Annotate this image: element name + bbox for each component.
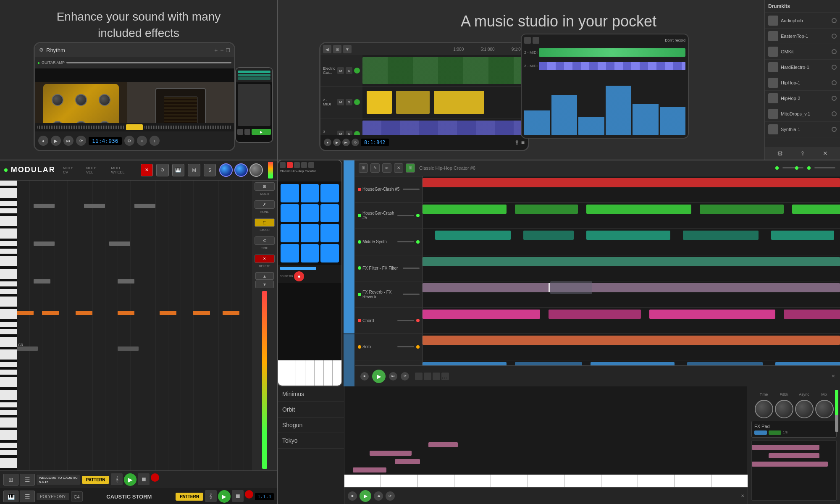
device-btn-rec[interactable] — [287, 162, 293, 168]
drumkit-item-3[interactable]: HardElectro-1 — [765, 60, 840, 75]
tr-rewind-btn[interactable]: ⏮ — [342, 139, 350, 146]
knob-3[interactable] — [249, 163, 263, 177]
synth-item-3[interactable]: Tokyo — [277, 433, 344, 449]
time-tool-btn[interactable]: ⏱ — [255, 236, 275, 245]
vol-slider-0[interactable] — [782, 167, 803, 168]
beat-pad-8[interactable] — [320, 224, 339, 242]
mute-btn-2[interactable]: M — [337, 99, 344, 105]
close-icon[interactable]: ✕ — [823, 150, 828, 157]
knob-mix[interactable] — [815, 400, 834, 418]
drumkit-item-1[interactable]: EasternTop-1 — [765, 29, 840, 44]
beat-pad-9[interactable] — [281, 244, 299, 262]
knob-async[interactable] — [795, 400, 814, 418]
br-loop-btn[interactable]: ⟳ — [401, 372, 409, 381]
piano-btn[interactable]: ♪ — [150, 136, 160, 146]
knob-mid[interactable] — [75, 94, 87, 106]
drumkit-radio-1[interactable] — [832, 34, 837, 39]
rec-btn-red2[interactable] — [245, 490, 253, 499]
daw-tool-2[interactable]: ⊳ — [382, 163, 391, 173]
stop-btn[interactable]: ● — [38, 136, 48, 146]
play-btn-green[interactable]: ▶ — [124, 473, 136, 486]
pr-rewind-btn[interactable]: ⏮ — [374, 491, 383, 501]
piano-icon-btn[interactable]: 🎹 — [3, 491, 18, 502]
slider-6[interactable] — [397, 346, 414, 347]
knob-1[interactable] — [219, 163, 233, 177]
device-btn-1[interactable] — [280, 162, 286, 168]
drumkit-radio-4[interactable] — [832, 80, 837, 85]
pr-play-btn[interactable]: ▶ — [360, 490, 371, 502]
grid-btn[interactable]: ⊞ — [333, 45, 341, 53]
num-btn[interactable]: 5 — [204, 164, 216, 176]
knob-time[interactable] — [755, 400, 773, 418]
fx-param-1[interactable] — [769, 430, 781, 435]
drumkit-item-5[interactable]: HipHop-2 — [765, 91, 840, 106]
tr-play-btn[interactable]: ▶ — [333, 139, 341, 146]
daw-tool-4[interactable]: ⊞ — [406, 163, 415, 173]
knob-treble[interactable] — [99, 94, 110, 106]
device-btn-2[interactable] — [294, 162, 300, 168]
stop-sq-btn[interactable]: ⏹ — [138, 473, 150, 485]
br-play-btn[interactable]: ▶ — [372, 370, 386, 383]
metronome-btn2[interactable]: 𝄞 — [205, 490, 217, 502]
piano-small-btn[interactable]: 🎹 — [172, 164, 184, 176]
drumkit-radio-5[interactable] — [832, 96, 837, 101]
mixer-small-btn[interactable]: M — [188, 164, 200, 176]
play-btn-green2[interactable]: ▶ — [218, 490, 231, 503]
knob-2[interactable] — [234, 163, 248, 177]
list-icon-btn[interactable]: ☰ — [20, 474, 35, 486]
drumkit-radio-6[interactable] — [832, 111, 837, 116]
share-icon[interactable]: ⇪ — [800, 150, 805, 157]
drumkit-item-4[interactable]: HipHop-1 — [765, 75, 840, 91]
arrow-down-btn[interactable]: ▼ — [255, 281, 274, 288]
synth-item-2[interactable]: Shogun — [277, 417, 344, 433]
mixer-btn[interactable]: ≡ — [137, 136, 147, 146]
solo-btn-2[interactable]: S — [346, 99, 352, 105]
tr-loop-btn[interactable]: ⟳ — [352, 139, 359, 146]
br-tool-2[interactable] — [433, 373, 440, 380]
br-tool-0[interactable] — [415, 373, 423, 380]
drumkit-item-6[interactable]: MitoDrops_v.1 — [765, 106, 840, 122]
slider-3[interactable] — [403, 268, 420, 269]
pr-loop-btn[interactable]: ⟳ — [386, 491, 395, 501]
metronome-btn[interactable]: 𝄞 — [111, 473, 123, 485]
slider-5[interactable] — [397, 320, 414, 321]
beat-pad-6[interactable] — [281, 224, 299, 242]
delete-mode-btn[interactable]: ✕ — [141, 164, 153, 176]
vol-slider-1[interactable] — [814, 167, 835, 168]
play-btn[interactable]: ▶ — [51, 136, 61, 146]
daw-tool-3[interactable]: ✕ — [394, 163, 403, 173]
knob-bass[interactable] — [52, 94, 63, 106]
beat-pad-1[interactable] — [301, 184, 319, 202]
pr-stop-btn[interactable]: ■ — [348, 491, 357, 501]
settings-icon[interactable]: ⚙ — [777, 150, 783, 158]
beat-pad-3[interactable] — [281, 204, 299, 223]
stop-sq-btn2[interactable]: ⏹ — [232, 490, 244, 502]
pattern-btn-2[interactable]: PATTERN — [176, 493, 203, 501]
none-tool-btn[interactable]: ✗ — [255, 200, 275, 209]
br-close-btn[interactable]: ✕ — [832, 374, 835, 378]
piano-key-4[interactable] — [305, 360, 315, 386]
pr-close-btn[interactable]: ✕ — [741, 494, 744, 498]
piano-key-7[interactable] — [333, 360, 341, 386]
br-rewind-btn[interactable]: ⏮ — [389, 372, 397, 381]
synth-item-1[interactable]: Orbit — [277, 402, 344, 417]
piano-key-1[interactable] — [278, 360, 287, 386]
tr-share-btn[interactable]: ⇪ — [514, 139, 520, 146]
br-stop-btn[interactable]: ■ — [360, 372, 369, 381]
synth-item-0[interactable]: Minimus — [277, 386, 344, 402]
piano-key-2[interactable] — [287, 360, 297, 386]
tr-menu-btn[interactable]: ≡ — [521, 139, 525, 146]
drumkit-radio-7[interactable] — [832, 127, 837, 132]
solo-btn-1[interactable]: S — [346, 67, 352, 74]
delete-tool-btn[interactable]: ✕ — [255, 255, 275, 263]
fx-param-0[interactable] — [754, 430, 767, 435]
loop-btn[interactable]: ⟳ — [76, 136, 86, 146]
br-tool-1[interactable] — [424, 373, 431, 380]
knob-fdbk[interactable] — [775, 400, 793, 418]
arrow-up-btn[interactable]: ▲ — [255, 272, 274, 280]
piano-key-3[interactable] — [296, 360, 305, 386]
beat-pad-7[interactable] — [301, 224, 319, 242]
beat-pad-10[interactable] — [301, 244, 319, 262]
beat-pad-2[interactable] — [320, 184, 339, 202]
pattern-btn-1[interactable]: PATTERN — [82, 476, 110, 484]
